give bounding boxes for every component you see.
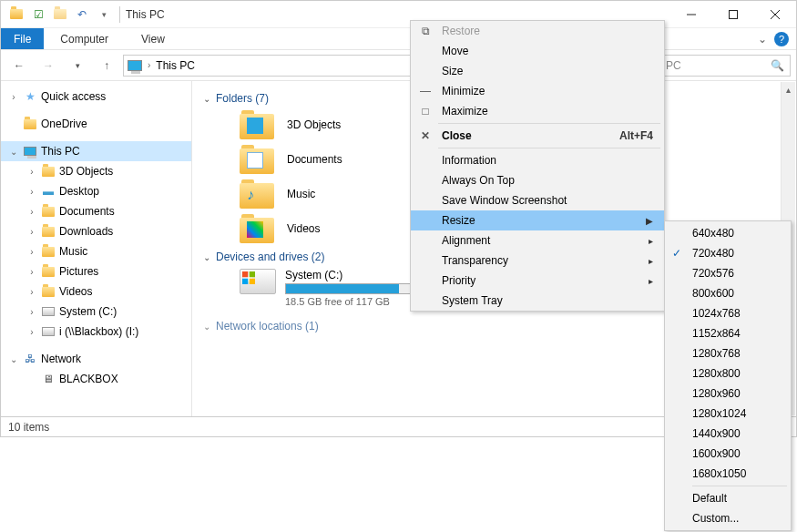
- menu-maximize[interactable]: □Maximize: [411, 101, 664, 121]
- navigation-pane: ›Quick access OneDrive ⌄This PC ›3D Obje…: [1, 81, 192, 416]
- maximize-button[interactable]: [712, 1, 754, 28]
- chevron-down-icon[interactable]: ⌄: [758, 33, 767, 46]
- back-button[interactable]: ←: [6, 53, 32, 78]
- resize-option[interactable]: 1280x800: [665, 363, 791, 384]
- resize-option[interactable]: ✓720x480: [665, 243, 791, 263]
- ribbon: File Computer View ⌄ ?: [1, 28, 796, 50]
- folder-icon: [240, 145, 274, 174]
- computer-tab[interactable]: Computer: [44, 28, 125, 49]
- nav-documents[interactable]: ›Documents: [1, 201, 191, 221]
- menu-always-on-top[interactable]: Always On Top: [411, 170, 664, 190]
- nav-downloads[interactable]: ›Downloads: [1, 221, 191, 241]
- resize-submenu: 640x480✓720x480720x576800x6001024x768115…: [664, 220, 792, 531]
- drive-usage-bar: [285, 283, 422, 294]
- downloads-icon: [41, 224, 56, 239]
- drive-name: System (C:): [285, 269, 422, 281]
- submenu-arrow-icon: ▸: [649, 236, 653, 246]
- new-folder-icon[interactable]: [50, 5, 70, 25]
- nav-pictures[interactable]: ›Pictures: [1, 261, 191, 281]
- minimize-icon: —: [418, 85, 433, 97]
- resize-custom[interactable]: Custom...: [665, 508, 791, 528]
- menu-alignment[interactable]: Alignment▸: [411, 230, 664, 251]
- resize-option[interactable]: 720x576: [665, 263, 791, 283]
- menu-move[interactable]: Move: [411, 41, 664, 61]
- resize-option[interactable]: 1024x768: [665, 303, 791, 323]
- quick-access-toolbar: ☑ ↶ ▾: [1, 5, 114, 25]
- search-icon: 🔍: [771, 59, 784, 72]
- file-tab[interactable]: File: [1, 28, 44, 49]
- network-drive-icon: [41, 324, 56, 339]
- menu-resize[interactable]: Resize▶: [411, 210, 664, 230]
- qat-dropdown-icon[interactable]: ▾: [94, 5, 114, 25]
- resize-option[interactable]: 800x600: [665, 283, 791, 303]
- maximize-icon: □: [418, 105, 433, 118]
- resize-option[interactable]: 1280x768: [665, 343, 791, 363]
- window-title: This PC: [126, 8, 165, 21]
- restore-icon: ⧉: [418, 25, 433, 37]
- resize-option[interactable]: 1280x960: [665, 384, 791, 404]
- nav-system-c[interactable]: ›System (C:): [1, 302, 191, 322]
- properties-icon[interactable]: ☑: [28, 5, 48, 25]
- nav-network[interactable]: ⌄Network: [1, 349, 191, 369]
- up-button[interactable]: ↑: [94, 53, 119, 78]
- submenu-arrow-icon: ▶: [646, 216, 653, 226]
- network-icon: [23, 352, 37, 366]
- drive-icon: [240, 269, 276, 294]
- recent-dropdown-icon[interactable]: ▾: [65, 53, 90, 78]
- menu-transparency[interactable]: Transparency▸: [411, 251, 664, 271]
- resize-option[interactable]: 1680x1050: [665, 464, 791, 484]
- menu-information[interactable]: Information: [411, 150, 664, 170]
- computer-icon: 🖥: [41, 372, 56, 386]
- nav-this-pc[interactable]: ⌄This PC: [1, 141, 191, 161]
- drive-system-c[interactable]: System (C:) 18.5 GB free of 117 GB: [240, 269, 422, 307]
- view-tab[interactable]: View: [125, 28, 181, 49]
- menu-minimize[interactable]: —Minimize: [411, 81, 664, 101]
- documents-icon: [41, 204, 56, 219]
- menu-size[interactable]: Size: [411, 61, 664, 81]
- scroll-up-icon[interactable]: ▴: [782, 82, 795, 97]
- nav-network-blackbox[interactable]: 🖥BLACKBOX: [1, 369, 191, 389]
- menu-priority[interactable]: Priority▸: [411, 271, 664, 291]
- close-icon: ✕: [418, 129, 433, 142]
- menu-save-screenshot[interactable]: Save Window Screenshot: [411, 190, 664, 210]
- star-icon: [23, 89, 37, 104]
- menu-restore: ⧉Restore: [411, 21, 664, 41]
- nav-quick-access[interactable]: ›Quick access: [1, 87, 191, 107]
- resize-option[interactable]: 1600x900: [665, 444, 791, 464]
- resize-option[interactable]: 1280x1024: [665, 404, 791, 424]
- resize-option[interactable]: 1152x864: [665, 323, 791, 343]
- folder-icon: [240, 110, 274, 139]
- minimize-button[interactable]: [670, 1, 712, 28]
- pc-icon: [23, 144, 37, 159]
- drive-free-text: 18.5 GB free of 117 GB: [285, 296, 422, 307]
- nav-onedrive[interactable]: OneDrive: [1, 114, 191, 134]
- resize-option[interactable]: 1440x900: [665, 424, 791, 444]
- nav-desktop[interactable]: ›▬Desktop: [1, 181, 191, 201]
- menu-system-tray[interactable]: System Tray: [411, 291, 664, 311]
- folder-icon[interactable]: [6, 5, 26, 25]
- close-shortcut: Alt+F4: [619, 129, 653, 142]
- music-icon: [41, 244, 56, 259]
- forward-button[interactable]: →: [36, 53, 61, 78]
- svg-rect-4: [242, 271, 248, 277]
- resize-default[interactable]: Default: [665, 488, 791, 508]
- resize-option[interactable]: 640x480: [665, 223, 791, 243]
- check-icon: ✓: [672, 247, 681, 260]
- svg-rect-6: [242, 279, 248, 284]
- address-path: This PC: [156, 59, 195, 72]
- help-icon[interactable]: ?: [774, 32, 789, 46]
- menu-close[interactable]: ✕CloseAlt+F4: [411, 126, 664, 146]
- close-button[interactable]: [754, 1, 796, 28]
- undo-icon[interactable]: ↶: [72, 5, 92, 25]
- folder-icon: [240, 214, 274, 243]
- nav-videos[interactable]: ›Videos: [1, 281, 191, 302]
- nav-blackbox-i[interactable]: ›i (\\Blackbox) (I:): [1, 322, 191, 342]
- nav-3d-objects[interactable]: ›3D Objects: [1, 161, 191, 181]
- pictures-icon: [41, 264, 56, 279]
- system-context-menu: ⧉Restore Move Size —Minimize □Maximize ✕…: [410, 20, 665, 312]
- nav-music[interactable]: ›Music: [1, 241, 191, 261]
- titlebar: ☑ ↶ ▾ This PC: [1, 1, 796, 28]
- svg-rect-1: [730, 10, 738, 18]
- folder-icon: [41, 164, 56, 179]
- submenu-arrow-icon: ▸: [649, 256, 653, 266]
